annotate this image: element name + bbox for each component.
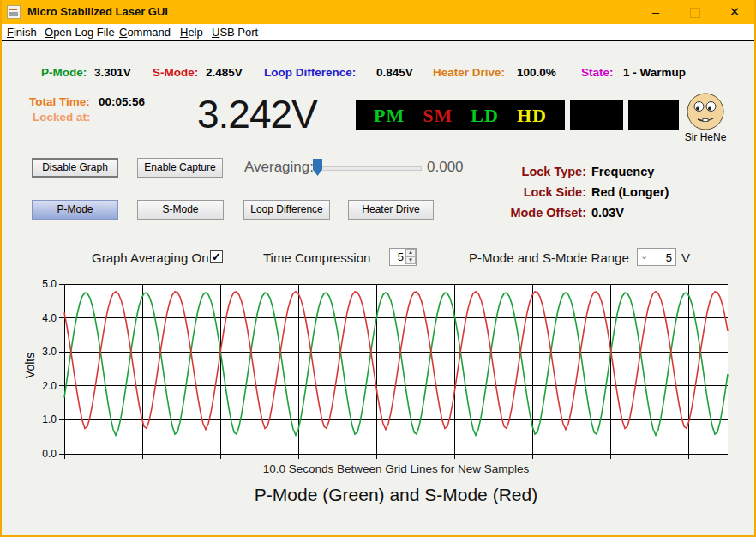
grid-caption: 10.0 Seconds Between Grid Lines for New … [64,462,728,475]
chart-title: P-Mode (Green) and S-Mode (Red) [64,485,728,505]
svg-text:1.0: 1.0 [42,413,57,425]
svg-text:2.0: 2.0 [42,380,57,392]
y-axis-label: Volts [23,353,37,378]
svg-text:5.0: 5.0 [42,278,57,290]
svg-text:0.0: 0.0 [42,448,57,460]
app-window: Micro Stabilized Laser GUI – ✕ Finish Op… [0,0,756,537]
svg-text:3.0: 3.0 [42,346,57,358]
svg-text:4.0: 4.0 [42,312,57,324]
waveform-chart: 0.01.02.03.04.05.0 [2,0,756,480]
